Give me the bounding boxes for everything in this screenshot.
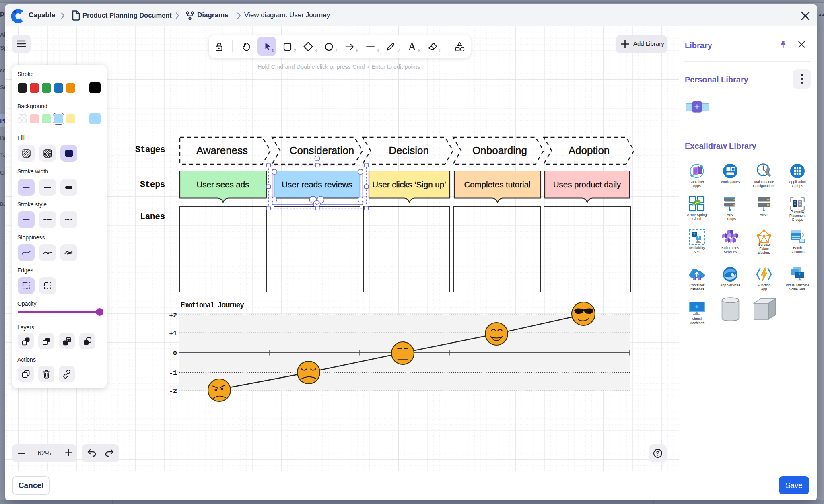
svg-text:0: 0 (173, 350, 177, 357)
svg-text:Decision: Decision (389, 144, 429, 156)
svg-text:-1: -1 (169, 369, 177, 377)
svg-text:-2: -2 (169, 387, 177, 395)
svg-text:Emotional Journey: Emotional Journey (181, 301, 244, 309)
svg-text:User reads reviews: User reads reviews (282, 180, 352, 189)
svg-text:Adoption: Adoption (569, 144, 610, 156)
svg-text:User clicks ‘Sign up’: User clicks ‘Sign up’ (372, 180, 446, 189)
svg-text:Steps: Steps (140, 180, 165, 189)
svg-text:+2: +2 (169, 312, 177, 319)
svg-text:Completes tutorial: Completes tutorial (464, 180, 530, 189)
svg-text:+1: +1 (169, 330, 177, 337)
svg-text:Awareness: Awareness (196, 144, 248, 156)
svg-text:Uses product daily: Uses product daily (553, 180, 621, 189)
svg-text:Lanes: Lanes (140, 212, 165, 222)
svg-text:Consideration: Consideration (290, 144, 354, 156)
svg-text:User sees ads: User sees ads (196, 180, 249, 189)
svg-text:Onboarding: Onboarding (472, 144, 527, 156)
svg-text:Stages: Stages (135, 145, 165, 154)
